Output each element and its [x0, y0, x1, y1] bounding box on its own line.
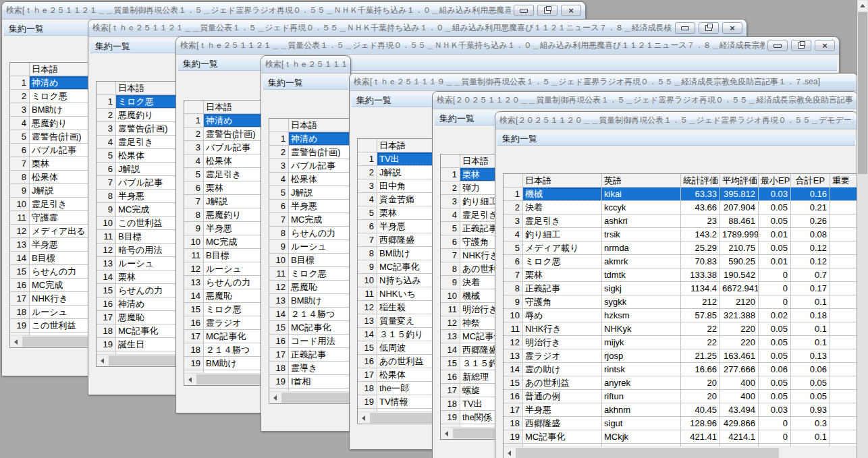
- data-cell[interactable]: 0.26: [791, 214, 830, 228]
- data-cell[interactable]: 43.494: [720, 403, 759, 417]
- data-cell[interactable]: [830, 322, 858, 336]
- row-number-cell[interactable]: 10: [504, 309, 523, 322]
- row-number-cell[interactable]: 19: [184, 357, 204, 370]
- row-number-cell[interactable]: 15: [184, 303, 204, 316]
- data-cell[interactable]: 決着: [523, 201, 602, 214]
- row-number-cell[interactable]: 12: [504, 336, 523, 349]
- data-cell[interactable]: 0.03: [759, 403, 791, 417]
- row-number-cell[interactable]: 12: [358, 301, 377, 314]
- row-number-cell[interactable]: 3: [504, 214, 523, 228]
- data-cell[interactable]: 1134.4: [681, 282, 720, 295]
- data-cell[interactable]: 0.01: [759, 255, 791, 268]
- data-cell[interactable]: akhnm: [602, 403, 681, 417]
- data-cell[interactable]: 212: [681, 295, 720, 309]
- scroll-left-button[interactable]: [97, 355, 107, 366]
- maximize-button[interactable]: [699, 22, 719, 34]
- close-button[interactable]: ×: [722, 22, 742, 34]
- row-number-cell[interactable]: 15: [10, 265, 30, 279]
- data-cell[interactable]: J解説: [289, 186, 351, 200]
- data-cell[interactable]: MC記事化: [523, 430, 602, 444]
- scroll-left-button[interactable]: [358, 413, 369, 423]
- row-number-cell[interactable]: 13: [504, 349, 523, 363]
- window-titlebar[interactable]: 検索[２０２５１１２０＿＿質量制御再現公表１．５＿ジェド霊界ラジオ再現０．５５＿…: [495, 112, 857, 130]
- row-number-cell[interactable]: 2: [269, 146, 289, 159]
- row-number-cell[interactable]: 19: [441, 411, 460, 424]
- data-cell[interactable]: 2120: [720, 295, 759, 309]
- data-cell[interactable]: コード用法: [289, 335, 351, 348]
- scrollbar-thumb[interactable]: [109, 355, 176, 366]
- scrollbar-thumb[interactable]: [196, 374, 264, 384]
- data-cell[interactable]: バブル記事: [289, 159, 351, 173]
- row-number-cell[interactable]: 11: [504, 322, 523, 336]
- scrollbar-thumb[interactable]: [516, 448, 779, 458]
- data-cell[interactable]: 守護角: [523, 295, 602, 309]
- data-cell[interactable]: [830, 295, 858, 309]
- data-cell[interactable]: 0.05: [759, 241, 791, 255]
- row-number-cell[interactable]: 18: [97, 324, 116, 338]
- data-cell[interactable]: 0.18: [791, 309, 830, 322]
- data-cell[interactable]: [830, 363, 858, 376]
- data-cell[interactable]: 277.666: [720, 363, 759, 376]
- row-number-cell[interactable]: 3: [10, 103, 30, 117]
- grid-horizontal-scrollbar[interactable]: [504, 447, 858, 458]
- table-row[interactable]: 19MC記事化MCkjk421.414214.100.1: [504, 430, 858, 444]
- row-number-cell[interactable]: 13: [358, 314, 377, 328]
- row-number-cell[interactable]: 13: [269, 294, 289, 308]
- row-number-cell[interactable]: 8: [269, 227, 289, 240]
- data-cell[interactable]: 0.05: [759, 201, 791, 214]
- data-cell[interactable]: 40.45: [681, 403, 720, 417]
- data-cell[interactable]: 1789.999: [720, 228, 759, 241]
- table-row[interactable]: 6ミロク悪akmrk70.83590.250.010.12: [504, 255, 858, 268]
- data-cell[interactable]: 43.66: [681, 201, 720, 214]
- window-titlebar[interactable]: 検索[ｔｈｅ２５１１１９＿＿質量制御再現公表１．５＿ジェド霊界ラジオ再現０．５５…: [261, 56, 350, 74]
- row-number-cell[interactable]: 10: [441, 289, 460, 303]
- row-number-cell[interactable]: 13: [97, 257, 116, 270]
- table-row[interactable]: 5J解説: [269, 186, 351, 200]
- row-number-cell[interactable]: 11: [10, 211, 30, 225]
- data-cell[interactable]: sigkj: [602, 282, 681, 295]
- row-number-cell[interactable]: 16: [10, 279, 30, 292]
- row-number-cell[interactable]: 6: [358, 220, 377, 233]
- row-number-cell[interactable]: 4: [269, 173, 289, 186]
- data-cell[interactable]: 421.41: [681, 430, 720, 444]
- data-cell[interactable]: 22: [681, 336, 720, 349]
- row-number-cell[interactable]: 12: [269, 281, 289, 294]
- data-cell[interactable]: 395.812: [720, 188, 759, 201]
- row-number-cell[interactable]: 9: [10, 184, 30, 198]
- maximize-button[interactable]: [537, 5, 558, 16]
- data-cell[interactable]: 0.1: [791, 336, 830, 349]
- data-cell[interactable]: nrmda: [602, 241, 681, 255]
- data-cell[interactable]: NHK行き: [523, 322, 602, 336]
- data-cell[interactable]: sygkk: [602, 295, 681, 309]
- data-cell[interactable]: 普通の例: [523, 390, 602, 403]
- row-number-cell[interactable]: 16: [269, 335, 289, 348]
- row-number-cell[interactable]: 15: [97, 284, 116, 297]
- row-number-cell[interactable]: 9: [97, 203, 116, 217]
- data-cell[interactable]: 霊ラジオ: [523, 349, 602, 363]
- row-number-cell[interactable]: 11: [184, 249, 204, 262]
- data-cell[interactable]: 4214.1: [720, 430, 759, 444]
- row-number-cell[interactable]: 14: [504, 363, 523, 376]
- data-cell[interactable]: [830, 268, 858, 282]
- row-number-cell[interactable]: 4: [97, 136, 116, 149]
- data-cell[interactable]: 0.21: [791, 201, 830, 214]
- data-cell[interactable]: 松果体: [289, 173, 351, 186]
- data-cell[interactable]: MC記事化: [289, 321, 351, 335]
- row-number-cell[interactable]: 2: [441, 181, 460, 195]
- data-cell[interactable]: 220: [720, 336, 759, 349]
- row-number-cell[interactable]: 5: [441, 222, 460, 235]
- row-number-cell[interactable]: 16: [504, 390, 523, 403]
- minimize-button[interactable]: [675, 22, 695, 34]
- row-number-cell[interactable]: 17: [97, 311, 116, 324]
- row-number-cell[interactable]: 12: [184, 262, 204, 276]
- data-cell[interactable]: 機械: [523, 188, 602, 201]
- data-cell[interactable]: 0.12: [791, 255, 830, 268]
- row-number-cell[interactable]: 12: [441, 316, 460, 330]
- data-cell[interactable]: 0.01: [759, 228, 791, 241]
- row-number-cell[interactable]: 10: [358, 274, 377, 287]
- data-cell[interactable]: 210.75: [720, 241, 759, 255]
- data-cell[interactable]: 20: [681, 390, 720, 403]
- data-cell[interactable]: 128.96: [681, 417, 720, 430]
- data-cell[interactable]: 57.85: [681, 309, 720, 322]
- row-number-cell[interactable]: 7: [269, 213, 289, 227]
